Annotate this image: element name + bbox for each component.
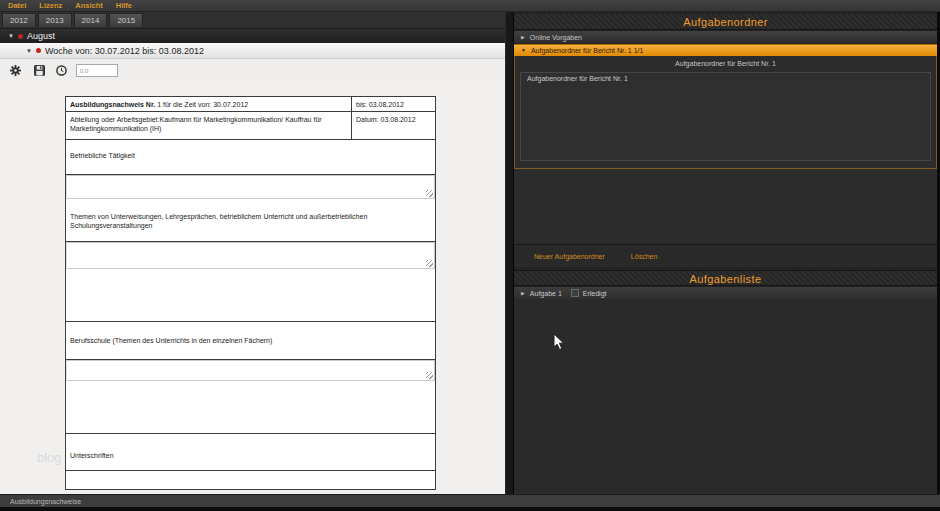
section-berufsschule: Berufsschule (Themen des Unterrichts in … <box>66 322 435 360</box>
tab-2015[interactable]: 2015 <box>109 13 143 27</box>
bottom-edge <box>0 507 940 511</box>
erledigt-checkbox[interactable] <box>571 289 579 297</box>
main-split: 2012 2013 2014 2015 ▼ August ▼ Woche von… <box>0 12 940 494</box>
menu-item-ansicht[interactable]: Ansicht <box>75 1 103 10</box>
tab-2014[interactable]: 2014 <box>74 13 108 27</box>
form-department-row: Abteilung oder Arbeitsgebiet:Kaufmann fü… <box>66 112 435 140</box>
folder-list: Aufgabenordner für Bericht Nr. 1 <box>520 72 931 161</box>
menu-item-hilfe[interactable]: Hilfe <box>116 1 132 10</box>
right-panel: Aufgabenordner ▶ Online Vorgaben ▼ Aufga… <box>514 12 940 494</box>
delete-folder-button[interactable]: Löschen <box>631 253 657 260</box>
statusbar: Ausbildungsnachweise <box>0 494 940 507</box>
task-label: Aufgabe 1 <box>530 290 562 297</box>
betrieb-input-row <box>66 175 435 199</box>
report-title-rest: 1 für die Zeit von: 30.07.2012 <box>155 101 248 108</box>
section-unterschriften: Unterschriften <box>66 434 435 471</box>
week-label: Woche von: 30.07.2012 bis: 03.08.2012 <box>45 46 204 56</box>
erledigt-label: Erledigt <box>583 290 607 297</box>
save-icon[interactable] <box>34 65 45 76</box>
accordion-aufgabenordner-bericht1[interactable]: ▼ Aufgabenordner für Bericht Nr. 1 1/1 <box>514 44 937 56</box>
ausbildungsnachweis-form: Ausbildungsnachweis Nr. 1 für die Zeit v… <box>65 96 436 490</box>
folder-list-item[interactable]: Aufgabenordner für Bericht Nr. 1 <box>521 73 930 82</box>
new-folder-button[interactable]: Neuer Aufgabenordner <box>534 253 605 260</box>
statusbar-text: Ausbildungsnachweise <box>10 498 81 505</box>
report-title-cell: Ausbildungsnachweis Nr. 1 für die Zeit v… <box>66 97 352 111</box>
watermark: blog <box>37 450 62 465</box>
accordion-label: Online Vorgaben <box>530 34 582 41</box>
menubar: Datei Lizenz Ansicht Hilfe <box>0 0 940 12</box>
berufsschule-input-row <box>66 360 435 434</box>
themen-textarea[interactable] <box>66 242 435 269</box>
form-header-row: Ausbildungsnachweis Nr. 1 für die Zeit v… <box>66 97 435 112</box>
berufsschule-textarea[interactable] <box>66 360 435 381</box>
chevron-down-icon: ▼ <box>8 33 14 39</box>
menu-item-datei[interactable]: Datei <box>8 1 26 10</box>
panel-splitter[interactable] <box>505 12 514 494</box>
tab-2013[interactable]: 2013 <box>38 13 72 27</box>
resize-handle-icon[interactable] <box>426 260 433 267</box>
bis-cell: bis: 03.08.2012 <box>352 97 435 111</box>
week-group[interactable]: ▼ Woche von: 30.07.2012 bis: 03.08.2012 <box>0 43 505 59</box>
red-dot-icon <box>36 48 41 53</box>
chevron-right-icon: ▶ <box>521 291 525 296</box>
form-bottom-row <box>66 471 435 489</box>
red-dot-icon <box>18 34 23 39</box>
task-list-empty-space <box>514 299 937 494</box>
month-group-august[interactable]: ▼ August <box>0 29 505 43</box>
resize-handle-icon[interactable] <box>426 372 433 379</box>
clock-icon[interactable] <box>56 65 67 76</box>
datum-cell: Datum: 03.08.2012 <box>352 112 435 139</box>
section-themen: Themen von Unterweisungen, Lehrgespräche… <box>66 199 435 242</box>
gear-icon[interactable] <box>10 65 21 76</box>
aufgabenliste-header: Aufgabenliste <box>514 270 937 286</box>
aufgabenordner-header: Aufgabenordner <box>514 14 937 30</box>
chevron-right-icon: ▶ <box>521 35 525 40</box>
year-tabs: 2012 2013 2014 2015 <box>0 12 505 29</box>
hours-input[interactable] <box>76 64 118 77</box>
menu-item-lizenz[interactable]: Lizenz <box>39 1 62 10</box>
accordion-online-vorgaben[interactable]: ▶ Online Vorgaben <box>514 31 937 43</box>
tab-2012[interactable]: 2012 <box>2 13 36 27</box>
month-label: August <box>27 31 55 41</box>
folders-empty-space <box>514 169 937 245</box>
folder-panel-title: Aufgabenordner für Bericht Nr. 1 <box>515 56 936 70</box>
betriebliche-taetigkeit-textarea[interactable] <box>66 175 435 199</box>
folder-detail-panel: Aufgabenordner für Bericht Nr. 1 Aufgabe… <box>514 56 937 169</box>
department-cell: Abteilung oder Arbeitsgebiet:Kaufmann fü… <box>66 112 352 139</box>
left-panel: 2012 2013 2014 2015 ▼ August ▼ Woche von… <box>0 12 505 494</box>
themen-input-row <box>66 242 435 322</box>
mouse-cursor-icon <box>553 333 565 351</box>
report-title-bold: Ausbildungsnachweis Nr. <box>70 101 155 108</box>
accordion-label: Aufgabenordner für Bericht Nr. 1 1/1 <box>531 47 643 54</box>
task-row-aufgabe1[interactable]: ▶ Aufgabe 1 Erledigt <box>514 287 937 299</box>
report-toolbar <box>0 59 505 82</box>
folder-buttons-row: Neuer Aufgabenordner Löschen <box>514 245 937 267</box>
chevron-down-icon: ▼ <box>26 48 32 54</box>
resize-handle-icon[interactable] <box>426 190 433 197</box>
document-area: blog Ausbildungsnachweis Nr. 1 für die Z… <box>0 82 505 494</box>
section-betriebliche-taetigkeit: Betriebliche Tätigkeit <box>66 140 435 175</box>
chevron-down-icon: ▼ <box>521 48 526 53</box>
